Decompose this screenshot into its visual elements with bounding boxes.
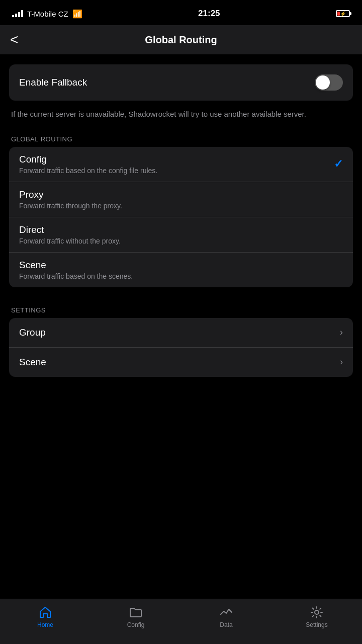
option-config-title: Config bbox=[19, 154, 157, 165]
nav-bar: < Global Routing bbox=[0, 25, 362, 54]
fallback-card: Enable Fallback bbox=[9, 64, 353, 101]
option-proxy-title: Proxy bbox=[19, 189, 122, 200]
option-direct[interactable]: Direct Forward traffic without the proxy… bbox=[9, 217, 353, 253]
option-scene-title: Scene bbox=[19, 260, 133, 271]
check-icon: ✓ bbox=[334, 157, 343, 171]
option-config-desc: Forward traffic based on the config file… bbox=[19, 167, 157, 175]
tab-home-label: Home bbox=[37, 621, 53, 628]
fallback-description: If the current server is unavailable, Sh… bbox=[9, 105, 353, 130]
content-area: Enable Fallback If the current server is… bbox=[0, 54, 362, 599]
settings-group-row[interactable]: Group › bbox=[9, 318, 353, 348]
tab-settings-label: Settings bbox=[306, 621, 327, 628]
settings-group-label: Group bbox=[19, 327, 46, 338]
tab-config[interactable]: Config bbox=[90, 599, 181, 634]
tab-config-label: Config bbox=[127, 621, 145, 628]
page-title: Global Routing bbox=[145, 34, 217, 46]
option-proxy[interactable]: Proxy Forward traffic through the proxy. bbox=[9, 182, 353, 217]
fallback-label: Enable Fallback bbox=[19, 77, 87, 88]
battery-icon: ⚡ bbox=[336, 10, 350, 17]
status-bar: T-Mobile CZ 📶 21:25 ⚡ bbox=[0, 0, 362, 25]
folder-icon bbox=[129, 605, 143, 619]
carrier-label: T-Mobile CZ bbox=[27, 10, 68, 18]
option-direct-desc: Forward traffic without the proxy. bbox=[19, 237, 121, 245]
fallback-toggle-row[interactable]: Enable Fallback bbox=[9, 64, 353, 101]
back-button[interactable]: < bbox=[10, 33, 18, 47]
status-left: T-Mobile CZ 📶 bbox=[12, 9, 82, 19]
home-icon bbox=[38, 605, 52, 619]
fallback-toggle[interactable] bbox=[315, 74, 343, 91]
tab-data[interactable]: Data bbox=[181, 599, 272, 634]
option-scene[interactable]: Scene Forward traffic based on the scene… bbox=[9, 253, 353, 287]
signal-icon bbox=[12, 10, 23, 17]
option-proxy-desc: Forward traffic through the proxy. bbox=[19, 202, 122, 210]
status-right: ⚡ bbox=[336, 10, 350, 17]
option-config[interactable]: Config Forward traffic based on the conf… bbox=[9, 147, 353, 182]
settings-gear-icon bbox=[310, 605, 324, 619]
wifi-icon: 📶 bbox=[72, 9, 82, 19]
settings-scene-label: Scene bbox=[19, 357, 46, 368]
option-scene-desc: Forward traffic based on the scenes. bbox=[19, 272, 133, 280]
chevron-right-icon: › bbox=[340, 327, 343, 338]
settings-scene-row[interactable]: Scene › bbox=[9, 348, 353, 377]
settings-card: Group › Scene › bbox=[9, 318, 353, 377]
chevron-right-icon-2: › bbox=[340, 357, 343, 367]
settings-section-header: SETTINGS bbox=[9, 301, 353, 318]
global-routing-card: Config Forward traffic based on the conf… bbox=[9, 147, 353, 287]
option-direct-title: Direct bbox=[19, 224, 121, 235]
time-label: 21:25 bbox=[198, 9, 220, 19]
global-routing-section-header: GLOBAL ROUTING bbox=[9, 130, 353, 147]
tab-bar: Home Config Data Settings bbox=[0, 599, 362, 644]
tab-settings[interactable]: Settings bbox=[272, 599, 362, 634]
tab-home[interactable]: Home bbox=[0, 599, 90, 634]
tab-data-label: Data bbox=[220, 621, 232, 628]
toggle-thumb bbox=[316, 75, 330, 90]
svg-point-0 bbox=[315, 610, 319, 614]
data-icon bbox=[219, 605, 233, 619]
